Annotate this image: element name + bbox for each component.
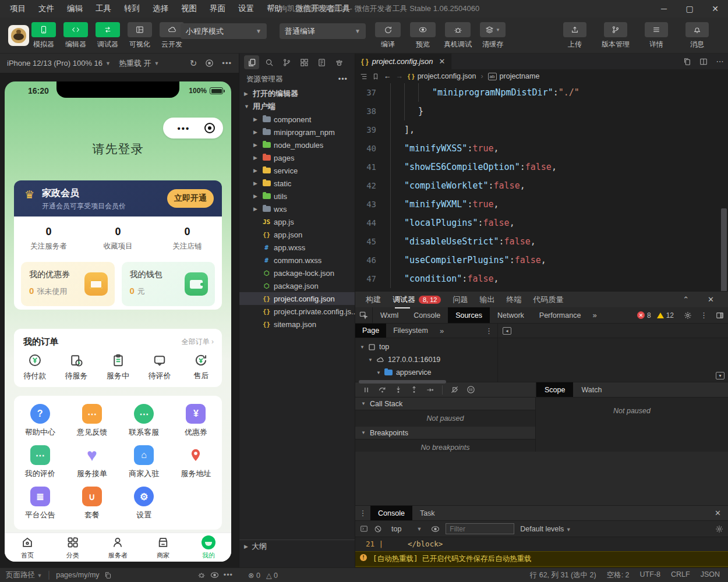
code-editor[interactable]: 37"miniprogramNpmDistDir": "./"38}39],40… bbox=[355, 83, 728, 291]
collapse-panel-icon[interactable]: ⌃ bbox=[679, 295, 692, 304]
console-settings-gear-icon[interactable] bbox=[715, 525, 723, 533]
action-上传[interactable]: 上传 bbox=[558, 22, 592, 49]
console-message[interactable]: ![自动热重载] 已开启代码文件保存后自动热重载 bbox=[355, 551, 728, 566]
clear-console-icon[interactable] bbox=[374, 525, 382, 533]
step-icon[interactable] bbox=[426, 386, 434, 394]
panel-tab-终端[interactable]: 终端 bbox=[506, 292, 521, 307]
more-icon[interactable]: ••• bbox=[224, 571, 233, 579]
pagetree-item-127.0.0.1:16019[interactable]: ▼127.0.0.1:16019 bbox=[355, 353, 497, 366]
breadcrumb-symbol[interactable]: ab projectname bbox=[488, 72, 540, 80]
tab-我的[interactable]: 我的 bbox=[186, 533, 231, 562]
device-selector[interactable]: iPhone 12/13 (Pro) 100% 16▼ bbox=[7, 59, 111, 68]
kebab-menu-icon[interactable]: ⋮ bbox=[480, 327, 497, 335]
npmfile-icon[interactable] bbox=[314, 55, 329, 69]
panel-tab-构建[interactable]: 构建 bbox=[366, 292, 381, 307]
menu-item-界面[interactable]: 界面 bbox=[204, 2, 231, 16]
panel-tab-问题[interactable]: 问题 bbox=[453, 292, 468, 307]
avatar[interactable] bbox=[8, 25, 29, 46]
bookmark-icon[interactable] bbox=[372, 73, 379, 80]
collapse-left-icon[interactable]: ◂ bbox=[503, 327, 511, 335]
tree-item-package-lock.json[interactable]: ⬡package-lock.json bbox=[239, 267, 355, 279]
vconsole-bug-icon[interactable] bbox=[197, 571, 206, 579]
action-版本管理[interactable]: 版本管理 bbox=[599, 22, 632, 49]
editor-tab[interactable]: { } project.config.json ✕ bbox=[355, 54, 451, 69]
login-prompt[interactable]: 请先登录 bbox=[5, 141, 231, 157]
minimize-button[interactable]: ─ bbox=[651, 0, 677, 17]
order-item-待付款[interactable]: 待付款 bbox=[14, 353, 55, 381]
action-消息[interactable]: 消息 bbox=[680, 22, 714, 49]
console-tab-Console[interactable]: Console bbox=[370, 506, 412, 520]
tool-编辑器[interactable]: 编辑器 bbox=[62, 22, 89, 49]
indent-setting[interactable]: 空格: 2 bbox=[607, 570, 630, 580]
tree-item-service[interactable]: ▶service bbox=[239, 164, 355, 177]
tree-item-wxs[interactable]: ▶wxs bbox=[239, 203, 355, 215]
stat-item[interactable]: 0收藏项目 bbox=[83, 226, 153, 251]
all-orders-link[interactable]: 全部订单 › bbox=[182, 337, 214, 347]
menu-item-视图[interactable]: 视图 bbox=[176, 2, 202, 16]
filter-input[interactable] bbox=[446, 523, 514, 534]
tab-首页[interactable]: 首页 bbox=[5, 533, 50, 562]
tool-模拟器[interactable]: 模拟器 bbox=[30, 22, 57, 49]
order-item-售后[interactable]: 售后 bbox=[181, 353, 222, 381]
stat-item[interactable]: 0关注店铺 bbox=[153, 226, 222, 251]
kebab-menu-icon[interactable]: ⋮ bbox=[696, 311, 712, 320]
outline-section[interactable]: ▶ 大纲 bbox=[239, 540, 355, 553]
console-source-line[interactable]: 21 |</block> bbox=[355, 537, 728, 551]
grid-item-意见反馈[interactable]: ⋯意见反馈 bbox=[66, 404, 118, 438]
panel-tab-输出[interactable]: 输出 bbox=[479, 292, 494, 307]
editor-scrollbar[interactable] bbox=[721, 208, 727, 291]
grid-item-设置[interactable]: ⚙设置 bbox=[118, 487, 170, 520]
menu-item-设置[interactable]: 设置 bbox=[233, 2, 259, 16]
wallet-card[interactable]: 我的钱包0元 bbox=[122, 262, 215, 306]
action-预览[interactable]: 预览 bbox=[408, 22, 438, 49]
devtools-problems[interactable]: ✕812 bbox=[637, 311, 674, 320]
preview-eye-icon[interactable] bbox=[210, 572, 219, 579]
pause-icon[interactable] bbox=[362, 386, 370, 394]
panel-tab-代码质量[interactable]: 代码质量 bbox=[533, 292, 563, 307]
encoding[interactable]: UTF-8 bbox=[640, 570, 660, 580]
pagetree-item-top[interactable]: ▼top bbox=[355, 340, 497, 353]
close-tab-icon[interactable]: ✕ bbox=[439, 57, 445, 66]
grid-item-套餐[interactable]: ∪套餐 bbox=[66, 487, 118, 520]
open-changes-icon[interactable] bbox=[679, 54, 695, 69]
tree-item-sitemap.json[interactable]: {}sitemap.json bbox=[239, 318, 355, 331]
deactivate-breakpoints-icon[interactable] bbox=[450, 385, 459, 394]
breakpoints-header[interactable]: ▼ Breakpoints bbox=[355, 427, 535, 439]
context-selector[interactable]: top▼ bbox=[388, 524, 425, 534]
menu-item-编辑[interactable]: 编辑 bbox=[62, 2, 88, 16]
grid-item-商家入驻[interactable]: ⌂商家入驻 bbox=[118, 445, 170, 479]
order-item-待服务[interactable]: 待服务 bbox=[55, 353, 97, 381]
tree-item-utils[interactable]: ▶utils bbox=[239, 190, 355, 203]
breadcrumb-file[interactable]: { } project.config.json bbox=[408, 72, 476, 80]
menu-item-选择[interactable]: 选择 bbox=[147, 2, 174, 16]
more-tabs-icon[interactable]: » bbox=[435, 327, 448, 335]
tree-item-pages[interactable]: ▶pages bbox=[239, 151, 355, 164]
files-icon[interactable] bbox=[244, 55, 259, 69]
more-icon[interactable]: ••• bbox=[163, 123, 204, 133]
tree-item-miniprogram_npm[interactable]: ▶miniprogram_npm bbox=[239, 126, 355, 139]
refresh-icon[interactable]: ↻ bbox=[190, 58, 197, 69]
horizontal-scrollbar[interactable] bbox=[359, 380, 446, 384]
more-icon[interactable]: ⋯ bbox=[712, 54, 728, 69]
tree-item-用户端[interactable]: ▼用户端 bbox=[239, 100, 355, 113]
tree-item-package.json[interactable]: ⬡package.json bbox=[239, 279, 355, 292]
copy-icon[interactable] bbox=[104, 572, 112, 579]
search-icon[interactable] bbox=[261, 55, 277, 69]
tab-商家[interactable]: 商家 bbox=[140, 533, 186, 562]
grid-item-帮助中心[interactable]: ?帮助中心 bbox=[14, 404, 66, 438]
more-icon[interactable]: ••• bbox=[338, 75, 348, 83]
order-item-服务中[interactable]: 服务中 bbox=[97, 353, 139, 381]
tool-调试器[interactable]: 调试器 bbox=[94, 22, 121, 49]
live-expression-eye-icon[interactable] bbox=[431, 526, 440, 533]
grid-item-平台公告[interactable]: ≣平台公告 bbox=[14, 487, 66, 520]
step-into-icon[interactable] bbox=[394, 385, 402, 394]
scope-tab-Scope[interactable]: Scope bbox=[536, 382, 573, 397]
eol[interactable]: CRLF bbox=[671, 570, 690, 580]
console-sidebar-icon[interactable] bbox=[360, 525, 368, 533]
miniprogram-capsule[interactable]: ••• bbox=[163, 118, 223, 139]
tree-item-component[interactable]: ▶component bbox=[239, 113, 355, 126]
mode-dropdown[interactable]: 小程序模式▼ bbox=[181, 23, 267, 39]
git-icon[interactable] bbox=[279, 55, 294, 69]
levels-dropdown[interactable]: Default levels ▼ bbox=[520, 525, 571, 533]
tree-item-common.wxss[interactable]: #common.wxss bbox=[239, 254, 355, 267]
